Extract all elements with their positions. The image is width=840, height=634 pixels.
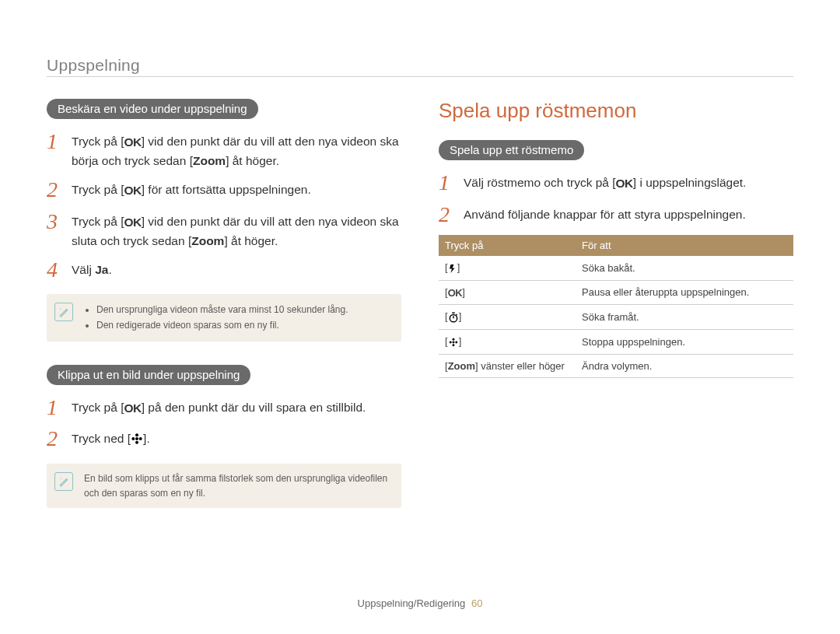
desc-cell: Söka bakåt.: [576, 256, 793, 281]
step-number: 4: [47, 258, 62, 282]
key-cell: []: [439, 256, 576, 281]
table-row: [] Stoppa uppspelningen.: [439, 329, 793, 354]
svg-point-9: [452, 338, 454, 341]
table-row: [OK] Pausa eller återuppta uppspelningen…: [439, 280, 793, 304]
svg-point-5: [139, 437, 142, 440]
step-body: Tryck på [OK] för att fortsätta uppspeln…: [72, 178, 401, 200]
key-text: ] vänster eller höger: [475, 360, 565, 372]
key-cell: []: [439, 304, 576, 329]
left-column: Beskära en video under uppspelning 1 Try…: [47, 99, 401, 531]
desc-cell: Söka framåt.: [576, 304, 793, 329]
step-voice-1: 1 Välj röstmemo och tryck på [OK] i upps…: [439, 171, 793, 195]
note-trim: Den ursprungliga videon måste vara minst…: [47, 294, 401, 341]
step-number: 1: [47, 130, 62, 154]
key-cell: []: [439, 329, 576, 354]
table-row: [] Söka framåt.: [439, 304, 793, 329]
svg-point-12: [455, 341, 457, 343]
step-trim-3: 3 Tryck på [OK] vid den punkt där du vil…: [47, 210, 401, 250]
step-text: Använd följande knappar för att styra up…: [464, 208, 746, 221]
pill-clip-image: Klippa ut en bild under uppspelning: [47, 365, 250, 385]
ok-key-icon: OK: [448, 287, 463, 299]
step-number: 1: [439, 171, 454, 195]
desc-cell: Pausa eller återuppta uppspelningen.: [576, 280, 793, 304]
svg-point-2: [135, 434, 138, 437]
step-body: Tryck på [OK] vid den punkt där du vill …: [72, 130, 401, 170]
flash-icon: [448, 263, 457, 276]
right-column: Spela upp röstmemon Spela upp ett röstme…: [439, 99, 793, 531]
step-body: Tryck ned [].: [72, 427, 401, 449]
step-number: 2: [47, 178, 62, 202]
step-text: ] för att fortsätta uppspelningen.: [142, 183, 311, 196]
table-row: [Zoom] vänster eller höger Ändra volymen…: [439, 354, 793, 377]
step-clip-1: 1 Tryck på [OK] på den punkt där du vill…: [47, 396, 401, 420]
th-key: Tryck på: [439, 235, 576, 256]
ok-key-icon: OK: [124, 184, 141, 197]
note-icon: [54, 303, 73, 321]
step-clip-2: 2 Tryck ned [].: [47, 427, 401, 451]
step-trim-4: 4 Välj Ja.: [47, 258, 401, 282]
step-text: Välj röstmemo och tryck på [: [464, 176, 616, 189]
note-icon: [54, 472, 73, 491]
step-text: ] i uppspelningsläget.: [633, 176, 747, 189]
note-body: En bild som klipps ut får samma filstorl…: [84, 471, 390, 500]
note-item: Den redigerade videon sparas som en ny f…: [96, 318, 348, 333]
step-text: ] åt höger.: [224, 234, 278, 247]
step-text: .: [108, 263, 111, 276]
svg-point-3: [135, 441, 138, 444]
table-row: [] Söka bakåt.: [439, 256, 793, 281]
key-cell: [Zoom] vänster eller höger: [439, 354, 576, 377]
ok-key-icon: OK: [616, 177, 633, 190]
page-header: Uppspelning: [47, 56, 793, 77]
step-text: Tryck på [: [72, 401, 124, 414]
step-number: 1: [47, 396, 62, 420]
th-desc: För att: [576, 235, 793, 256]
step-text: Tryck på [: [72, 135, 124, 148]
note-clip: En bild som klipps ut får samma filstorl…: [47, 464, 401, 508]
step-text: ] åt höger.: [226, 154, 279, 167]
svg-point-1: [135, 437, 138, 440]
ok-key-icon: OK: [124, 135, 141, 149]
step-text: Tryck på [: [72, 215, 124, 228]
svg-point-10: [452, 344, 454, 346]
note-item: Den ursprungliga videon måste vara minst…: [96, 303, 348, 317]
section-title-voice: Spela upp röstmemon: [439, 99, 793, 123]
step-text: ].: [143, 432, 150, 445]
svg-point-4: [131, 437, 135, 440]
note-body: Den ursprungliga videon måste vara minst…: [84, 302, 348, 333]
flower-icon: [448, 337, 459, 350]
ok-key-icon: OK: [124, 215, 141, 229]
flower-icon: [131, 432, 143, 450]
step-text: Tryck på [: [72, 183, 124, 196]
ok-key-icon: OK: [124, 401, 141, 415]
step-body: Välj Ja.: [72, 258, 401, 279]
desc-cell: Ändra volymen.: [576, 354, 793, 377]
controls-table: Tryck på För att [] Söka bakåt. [OK] Pau…: [439, 235, 793, 378]
step-trim-2: 2 Tryck på [OK] för att fortsätta uppspe…: [47, 178, 401, 202]
step-trim-1: 1 Tryck på [OK] vid den punkt där du vil…: [47, 130, 401, 170]
timer-icon: [448, 312, 459, 325]
note-text: En bild som klipps ut får samma filstorl…: [84, 473, 387, 499]
pill-play-voice: Spela upp ett röstmemo: [439, 140, 584, 160]
step-number: 2: [47, 427, 62, 451]
svg-point-6: [60, 478, 61, 479]
pill-trim-video: Beskära en video under uppspelning: [47, 99, 258, 119]
step-body: Tryck på [OK] vid den punkt där du vill …: [72, 210, 401, 250]
svg-point-7: [450, 314, 457, 321]
footer-text: Uppspelning/Redigering: [358, 597, 466, 609]
page-footer: Uppspelning/Redigering 60: [0, 597, 840, 609]
svg-point-8: [452, 341, 454, 343]
ja-label: Ja: [95, 263, 108, 276]
step-text: ] på den punkt där du vill spara en stil…: [142, 401, 366, 414]
step-body: Använd följande knappar för att styra up…: [464, 203, 793, 224]
page-number: 60: [471, 597, 482, 609]
step-text: Tryck ned [: [72, 432, 131, 445]
step-number: 2: [439, 203, 454, 227]
svg-point-0: [60, 309, 61, 310]
step-body: Tryck på [OK] på den punkt där du vill s…: [72, 396, 401, 418]
svg-point-11: [449, 341, 451, 343]
key-cell: [OK]: [439, 280, 576, 304]
zoom-key: Zoom: [448, 360, 475, 372]
content-columns: Beskära en video under uppspelning 1 Try…: [47, 99, 793, 531]
zoom-key: Zoom: [191, 234, 224, 247]
step-body: Välj röstmemo och tryck på [OK] i uppspe…: [464, 171, 793, 193]
